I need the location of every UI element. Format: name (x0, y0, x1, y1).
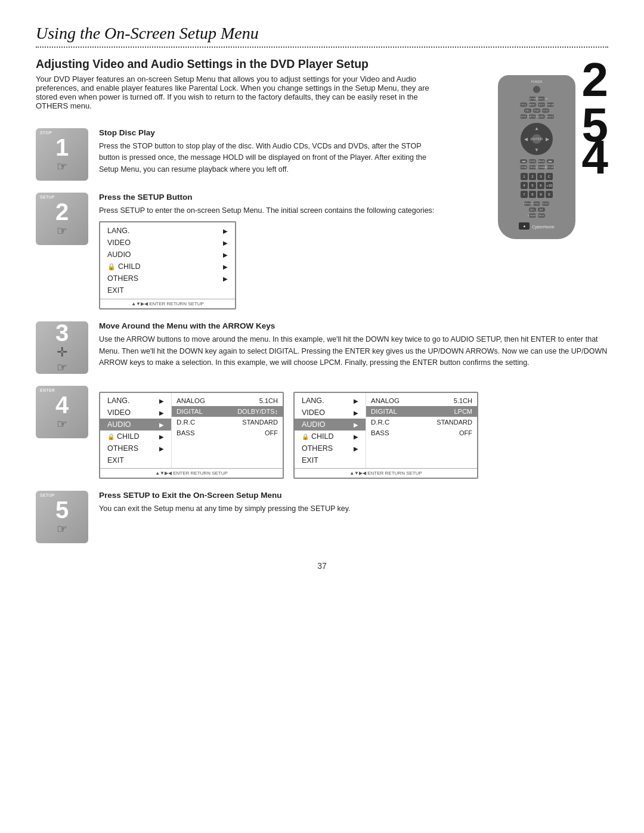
remote-rwd-btn[interactable]: ◀◀ (520, 159, 527, 163)
menu-item-video: VIDEO ▶ (100, 237, 235, 249)
step4-box: ENTER 4 ☞ (36, 386, 88, 438)
p1-analog-label: ANALOG (177, 397, 205, 404)
p2-analog-val: 5.1CH (454, 397, 472, 404)
remote-ab-btn[interactable]: A-B (538, 208, 545, 212)
step2-row: SETUP 2 ☞ Press the SETUP Button Press S… (36, 193, 441, 309)
remote-effect-btn[interactable]: EFFECT (533, 202, 540, 206)
step2-content: Press the SETUP Button Press SETUP to en… (99, 193, 441, 309)
cyberhome-logo-box: ■ (519, 222, 530, 230)
menu-footer-2: ▲▼▶◀ ENTER RETURN SETUP (100, 468, 283, 478)
step5-hand-icon: ☞ (57, 522, 67, 536)
menu-item-others: OTHERS ▶ (100, 272, 235, 284)
menu-panel2-left: LANG.▶ VIDEO▶ AUDIO▶ 🔒CHILD▶ OTHERS▶ EXI… (295, 393, 366, 468)
remote-rec-btn[interactable]: REC (524, 109, 531, 113)
p2-digital: DIGITAL LPCM (366, 406, 477, 417)
remote-down-btn[interactable]: ▼ (534, 147, 539, 153)
remote-num0[interactable]: 0 (546, 191, 553, 198)
p2-video: VIDEO▶ (295, 407, 366, 419)
remote-display-btn[interactable]: DISPLAY (547, 103, 554, 107)
step3-heading: Move Around the Menu with the ARROW Keys (99, 321, 608, 330)
step3-arrow-icon: ✛ (57, 345, 67, 360)
remote-numc[interactable]: C (546, 173, 553, 180)
remote-repeat-btn[interactable]: REPEAT (524, 202, 531, 206)
remote-menu-btn[interactable]: MENU (529, 103, 536, 107)
remote-control: POWER SETUP OPEN/CLOSE TITLE MENU GOTO D… (498, 75, 575, 239)
remote-num1[interactable]: 1 (521, 173, 528, 180)
p2-bass-val: OFF (459, 429, 472, 436)
p2-exit: EXIT (295, 454, 366, 466)
remote-num4[interactable]: 4 (521, 182, 528, 189)
remote-audio-btn[interactable]: AUDIO (538, 114, 545, 119)
remote-stop-btn[interactable]: STOP (542, 109, 549, 113)
remote-slow-btn[interactable]: SLOW (529, 159, 536, 163)
step1-row: STOP 1 ☞ Stop Disc Play Press the STOP b… (36, 128, 441, 181)
step3-number: 3 (55, 321, 69, 345)
remote-up-btn[interactable]: ▲ (534, 126, 539, 131)
intro-heading: Adjusting Video and Audio Settings in th… (36, 57, 441, 71)
remote-left-btn[interactable]: ◀ (524, 137, 528, 142)
menu-panel1-inner: LANG.▶ VIDEO▶ AUDIO▶ 🔒CHILD▶ OTHERS▶ EXI… (100, 393, 283, 468)
p2-bass-label: BASS (371, 429, 389, 436)
p1-analog-val: 5.1CH (259, 397, 278, 404)
menu-audio-label: AUDIO (107, 250, 131, 259)
remote-mute-btn[interactable]: MUTE (520, 114, 527, 119)
p1-audio: AUDIO▶ (100, 419, 171, 431)
remote-fwd-btn[interactable]: ▶▶ (547, 159, 554, 163)
remote-1all-btn[interactable]: 1ALL (529, 208, 536, 212)
step2-label: SETUP (40, 195, 55, 199)
menu-item-audio: AUDIO ▶ (100, 249, 235, 261)
step5-content: Press SETUP to Exit the On-Screen Setup … (99, 491, 608, 515)
remote-enter-btn[interactable]: ENTER (532, 134, 541, 144)
remote-pause-btn[interactable]: PAUSE (538, 159, 545, 163)
p2-digital-label: DIGITAL (371, 408, 397, 415)
p2-drc: D.R.C STANDARD (366, 417, 477, 428)
remote-open-btn[interactable]: OPEN/CLOSE (538, 97, 545, 101)
step5-body: You can exit the Setup menu at any time … (99, 503, 608, 515)
step1-number: 1 (55, 135, 69, 159)
section-divider (36, 47, 608, 48)
menu-lang-label: LANG. (107, 227, 130, 235)
step2-heading: Press the SETUP Button (99, 193, 441, 202)
remote-num3[interactable]: 3 (537, 173, 544, 180)
remote-num10[interactable]: +10 (546, 182, 553, 189)
page-number: 37 (36, 561, 608, 571)
p2-audio: AUDIO▶ (295, 419, 366, 431)
p1-digital: DIGITAL DOLBY/DTS↕ (172, 406, 283, 417)
remote-power-btn[interactable] (533, 86, 540, 93)
remote-drive-btn[interactable]: DRIVE (538, 213, 545, 218)
intro-body: Your DVD Player features an on-screen Se… (36, 75, 441, 110)
p1-analog: ANALOG 5.1CH (172, 395, 283, 406)
remote-num8[interactable]: 8 (529, 191, 536, 198)
menu-item-child: 🔒 CHILD ▶ (100, 261, 235, 272)
remote-right-btn[interactable]: ▶ (546, 137, 549, 142)
remote-title-btn[interactable]: TITLE (520, 103, 527, 107)
remote-num2[interactable]: 2 (529, 173, 536, 180)
remote-num7[interactable]: 7 (521, 191, 528, 198)
remote-angle-btn[interactable]: ANGLE (547, 114, 554, 119)
remote-burner-btn[interactable]: BURNER (529, 213, 536, 218)
p2-lang: LANG.▶ (295, 395, 366, 407)
remote-return-btn[interactable]: RETURN (547, 165, 554, 169)
p2-others: OTHERS▶ (295, 442, 366, 454)
menu-items-container: LANG. ▶ VIDEO ▶ AUDIO ▶ 🔒 CHILD ▶ (100, 222, 235, 299)
remote-num5[interactable]: 5 (529, 182, 536, 189)
step2-body: Press SETUP to enter the on-screen Setup… (99, 205, 441, 216)
step1-body: Press the STOP button to stop play of th… (99, 141, 441, 175)
menu-footer-1: ▲▼▶◀ ENTER RETURN SETUP (100, 299, 235, 308)
step1-box: STOP 1 ☞ (36, 128, 88, 181)
remote-play-btn[interactable]: PLAY (533, 109, 540, 113)
remote-num6[interactable]: 6 (537, 182, 544, 189)
p1-drc: D.R.C STANDARD (172, 417, 283, 428)
step4-number: 4 (55, 393, 69, 417)
brand-name: CyberHome (532, 225, 554, 229)
remote-bookmark-btn[interactable]: BOOKMARK (538, 165, 545, 169)
lock-icon: 🔒 (107, 263, 116, 271)
remote-num9[interactable]: 9 (537, 191, 544, 198)
p2-drc-label: D.R.C (371, 419, 389, 426)
menu-footer-3: ▲▼▶◀ ENTER RETURN SETUP (295, 468, 477, 478)
remote-zoom-btn[interactable]: ZOOM (520, 165, 527, 169)
remote-subtitle-btn[interactable]: SUBTITLE (529, 114, 536, 119)
step5-number: 5 (55, 498, 69, 522)
remote-goto-btn[interactable]: GOTO (538, 103, 545, 107)
remote-intro-btn[interactable]: INTRO (542, 202, 549, 206)
